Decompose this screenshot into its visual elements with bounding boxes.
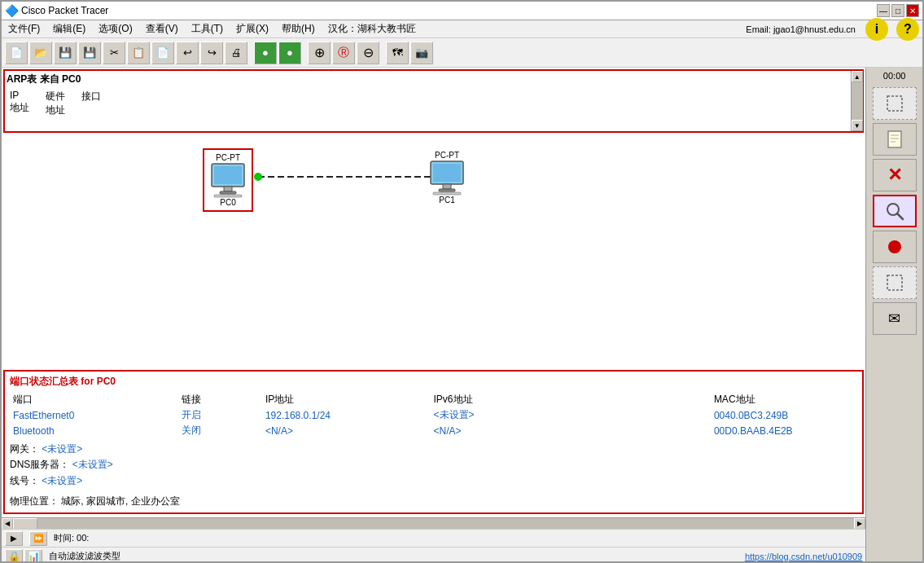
pc1-label-top: PC-PT	[435, 151, 459, 160]
toolbar-cut[interactable]: ✂	[103, 42, 125, 64]
play-icon[interactable]: ▶	[5, 531, 23, 546]
arp-col-hw: 硬件地址	[46, 90, 65, 117]
svg-point-1	[254, 173, 262, 181]
menu-file[interactable]: 文件(F)	[5, 20, 43, 37]
filter-label: 自动滤波滤波类型	[49, 550, 120, 562]
toolbar-new[interactable]: 📄	[5, 42, 28, 64]
svg-rect-20	[887, 275, 902, 290]
dns-value: <未设置>	[72, 459, 113, 470]
arp-scroll-up[interactable]: ▲	[852, 71, 863, 82]
info-button[interactable]: i	[865, 18, 888, 41]
toolbar-zoom-out[interactable]: ⊖	[357, 42, 379, 64]
row1-link: 关闭	[178, 423, 262, 438]
toolbar-reset[interactable]: Ⓡ	[332, 42, 355, 64]
dns-row: DNS服务器： <未设置>	[10, 457, 857, 473]
envelope-button[interactable]: ✉	[873, 302, 917, 335]
url-link[interactable]: https://blog.csdn.net/u010909	[745, 552, 862, 561]
dns-label: DNS服务器：	[10, 459, 69, 470]
pc0-label-bot: PC0	[220, 198, 235, 207]
svg-line-19	[897, 213, 903, 219]
bottom-bar: 🔒 📊 自动滤波滤波类型 https://blog.csdn.net/u0109…	[2, 547, 865, 563]
line-value: <未设置>	[42, 475, 82, 486]
toolbar-copy[interactable]: 📋	[127, 42, 150, 64]
arp-headers: IP地址 硬件地址 接口	[7, 88, 861, 119]
toolbar: 📄 📂 💾 💾 ✂ 📋 📄 ↩ ↪ 🖨 ● ● ⊕ Ⓡ ⊖ 🗺 📷	[2, 38, 922, 68]
select2-rect-icon	[885, 273, 904, 292]
line-label: 线号：	[10, 475, 39, 486]
h-scroll-right[interactable]: ▶	[854, 518, 865, 530]
note-button[interactable]	[873, 123, 917, 156]
location-value: 城际, 家园城市, 企业办公室	[61, 495, 179, 507]
select-rect-icon	[885, 94, 904, 113]
menu-edit[interactable]: 编辑(E)	[50, 20, 89, 37]
menu-help[interactable]: 帮助(H)	[278, 20, 318, 37]
maximize-button[interactable]: □	[891, 4, 904, 17]
line-row: 线号： <未设置>	[10, 473, 857, 489]
pc0-node[interactable]: PC-PT PC0	[208, 153, 248, 207]
toolbar-save2[interactable]: 💾	[78, 42, 101, 64]
gateway-row: 网关： <未设置>	[10, 442, 857, 457]
row0-ip: 192.168.0.1/24	[262, 407, 431, 423]
bottom-left-icons: 🔒 📊	[5, 549, 42, 564]
h-scroll-left[interactable]: ◀	[2, 518, 13, 530]
col-link: 链接	[178, 392, 262, 407]
note-icon	[885, 130, 904, 149]
time-display: 00:00	[883, 71, 906, 81]
arp-scroll-down[interactable]: ▼	[852, 120, 863, 131]
pc1-icon	[427, 160, 467, 196]
menu-extend[interactable]: 扩展(X)	[233, 20, 272, 37]
pc1-wrapper[interactable]: PC-PT PC1	[427, 151, 467, 205]
toolbar-undo[interactable]: ↩	[176, 42, 199, 64]
table-row: Bluetooth 关闭 <N/A> <N/A> 00D0.BAAB.4E2B	[10, 423, 857, 438]
menu-options[interactable]: 选项(O)	[95, 20, 135, 37]
pc1-label-bot: PC1	[439, 196, 454, 205]
pc0-wrapper[interactable]: PC-PT PC0	[203, 148, 253, 212]
delete-x-icon: ✕	[887, 165, 902, 186]
menu-view[interactable]: 查看(V)	[142, 20, 182, 37]
pc1-node[interactable]: PC-PT PC1	[427, 151, 467, 205]
record-button[interactable]	[873, 231, 917, 263]
pc0-label-top: PC-PT	[216, 153, 240, 162]
stats-icon[interactable]: 📊	[24, 549, 42, 564]
h-scroll-thumb[interactable]	[13, 518, 37, 530]
network-canvas[interactable]: PC-PT PC0	[3, 136, 864, 367]
table-row: FastEthernet0 开启 192.168.0.1/24 <未设置> 00…	[10, 407, 857, 423]
toolbar-open[interactable]: 📂	[29, 42, 52, 64]
app-logo-icon: 🔷	[5, 4, 19, 17]
select-tool-button[interactable]	[873, 87, 917, 120]
toolbar-save[interactable]: 💾	[54, 42, 77, 64]
toolbar-btn-green2[interactable]: ●	[278, 42, 301, 64]
toolbar-redo[interactable]: ↪	[200, 42, 223, 64]
delete-button[interactable]: ✕	[873, 159, 917, 191]
menu-bar: 文件(F) 编辑(E) 选项(O) 查看(V) 工具(T) 扩展(X) 帮助(H…	[2, 20, 922, 38]
inspect-button[interactable]	[873, 195, 917, 227]
select2-tool-button[interactable]	[873, 266, 917, 299]
arp-scroll-track	[852, 82, 863, 120]
location-row: 物理位置： 城际, 家园城市, 企业办公室	[10, 494, 857, 509]
help-button[interactable]: ?	[896, 18, 919, 41]
row0-mac: 0040.0BC3.249B	[711, 407, 857, 423]
location-label: 物理位置：	[10, 495, 59, 507]
menu-tools[interactable]: 工具(T)	[188, 20, 226, 37]
close-button[interactable]: ✕	[906, 4, 919, 17]
minimize-button[interactable]: —	[877, 4, 890, 17]
menu-chinese[interactable]: 汉化：湖科大教书匠	[325, 20, 419, 37]
row1-mac: 00D0.BAAB.4E2B	[711, 423, 857, 438]
port-info-section: 网关： <未设置> DNS服务器： <未设置> 线号： <未设置> 物理位置： …	[10, 442, 857, 509]
svg-rect-11	[439, 189, 455, 191]
toolbar-paste[interactable]: 📄	[151, 42, 174, 64]
right-sidebar: 00:00 ✕	[865, 68, 922, 563]
h-scroll-track	[13, 518, 854, 530]
gateway-label: 网关：	[10, 443, 39, 455]
arp-scrollbar[interactable]: ▲ ▼	[851, 71, 862, 131]
toolbar-map[interactable]: 🗺	[386, 42, 409, 64]
toolbar-print[interactable]: 🖨	[225, 42, 247, 64]
toolbar-screenshot[interactable]: 📷	[410, 42, 433, 64]
fast-forward-icon[interactable]: ⏩	[29, 531, 47, 546]
lock-icon[interactable]: 🔒	[5, 549, 23, 564]
left-panel: ARP表 来自 PC0 IP地址 硬件地址 接口 ▲ ▼	[2, 68, 865, 563]
svg-rect-4	[214, 166, 242, 184]
toolbar-zoom-in[interactable]: ⊕	[308, 42, 331, 64]
envelope-icon: ✉	[888, 310, 900, 328]
toolbar-btn-green1[interactable]: ●	[254, 42, 277, 64]
